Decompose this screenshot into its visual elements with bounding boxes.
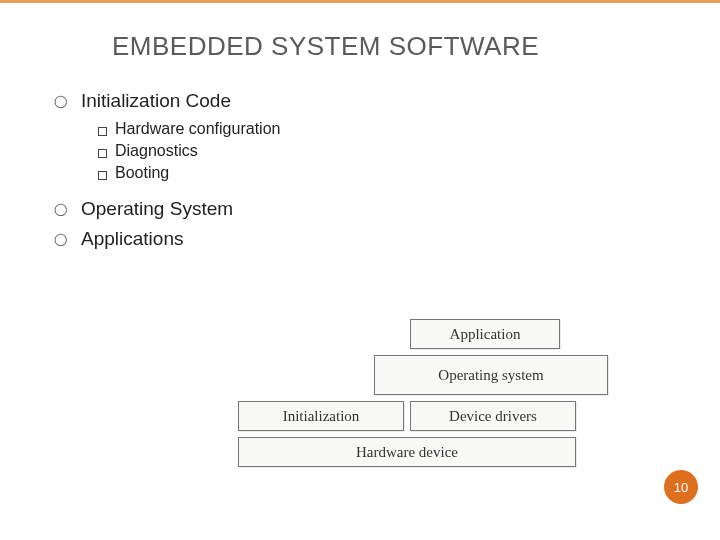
diagram-box-application: Application	[410, 319, 560, 349]
software-stack-diagram: Application Operating system Initializat…	[238, 319, 630, 467]
subbullet-booting: Booting	[98, 164, 720, 182]
diagram-row-hardware: Hardware device	[238, 437, 630, 467]
slide: EMBEDDED SYSTEM SOFTWARE ◯ Initializatio…	[0, 0, 720, 540]
circle-bullet-icon: ◯	[54, 94, 67, 108]
square-bullet-icon	[98, 149, 107, 158]
bullet-label: Operating System	[81, 198, 233, 220]
subbullet-label: Diagnostics	[115, 142, 198, 160]
diagram-row-os: Operating system	[238, 355, 630, 395]
bullet-label: Initialization Code	[81, 90, 231, 112]
square-bullet-icon	[98, 171, 107, 180]
subbullet-label: Hardware configuration	[115, 120, 280, 138]
page-number-badge: 10	[664, 470, 698, 504]
square-bullet-icon	[98, 127, 107, 136]
slide-title: EMBEDDED SYSTEM SOFTWARE	[0, 3, 720, 62]
diagram-box-device-drivers: Device drivers	[410, 401, 576, 431]
bullet-operating-system: ◯ Operating System	[54, 198, 720, 220]
diagram-box-hardware-device: Hardware device	[238, 437, 576, 467]
bullet-initialization-code: ◯ Initialization Code	[54, 90, 720, 112]
circle-bullet-icon: ◯	[54, 202, 67, 216]
bullet-label: Applications	[81, 228, 183, 250]
content-area: ◯ Initialization Code Hardware configura…	[0, 62, 720, 250]
subbullet-label: Booting	[115, 164, 169, 182]
subbullet-diagnostics: Diagnostics	[98, 142, 720, 160]
subbullet-hardware-config: Hardware configuration	[98, 120, 720, 138]
diagram-box-os: Operating system	[374, 355, 608, 395]
diagram-row-application: Application	[238, 319, 630, 349]
diagram-row-drivers: Initialization Device drivers	[238, 401, 630, 431]
bullet-applications: ◯ Applications	[54, 228, 720, 250]
circle-bullet-icon: ◯	[54, 232, 67, 246]
diagram-box-initialization: Initialization	[238, 401, 404, 431]
